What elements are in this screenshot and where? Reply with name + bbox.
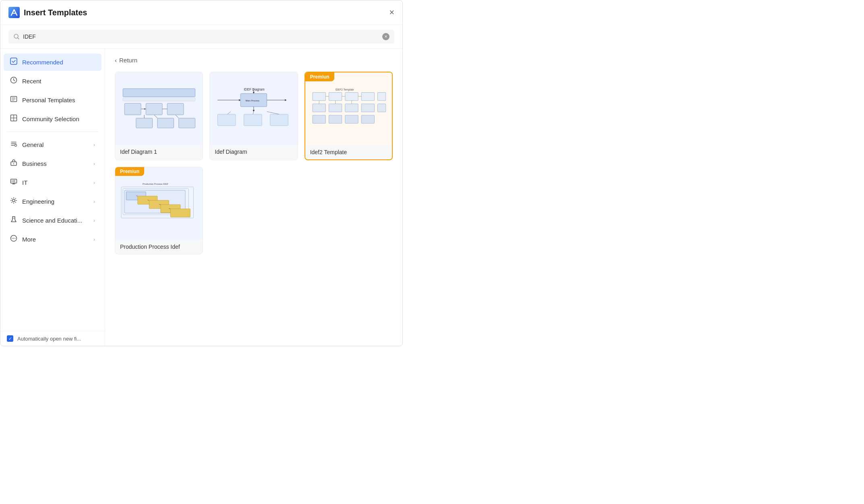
sidebar-divider bbox=[7, 132, 98, 132]
svg-point-12 bbox=[15, 145, 17, 147]
sidebar-item-business[interactable]: Business › bbox=[4, 155, 102, 172]
svg-rect-61 bbox=[345, 93, 358, 101]
svg-line-57 bbox=[267, 112, 279, 114]
svg-rect-71 bbox=[345, 115, 358, 123]
premium-badge: Premiun bbox=[305, 72, 334, 81]
svg-point-22 bbox=[12, 199, 15, 202]
sidebar-item-more[interactable]: More › bbox=[4, 231, 102, 248]
svg-marker-45 bbox=[239, 99, 240, 101]
back-label: Return bbox=[119, 57, 137, 64]
svg-rect-66 bbox=[345, 104, 358, 112]
chevron-right-icon: › bbox=[93, 198, 95, 204]
svg-rect-59 bbox=[313, 93, 325, 101]
svg-rect-52 bbox=[218, 114, 236, 126]
sidebar-item-label: More bbox=[22, 236, 89, 243]
svg-rect-65 bbox=[329, 104, 342, 112]
auto-open-option[interactable]: Automatically open new fi... bbox=[0, 331, 105, 346]
svg-point-27 bbox=[15, 238, 16, 239]
search-clear-button[interactable]: × bbox=[382, 33, 390, 40]
template-title: Idef2 Template bbox=[305, 145, 392, 159]
sidebar-item-label: Recent bbox=[22, 78, 95, 85]
chevron-right-icon: › bbox=[93, 217, 95, 223]
svg-point-26 bbox=[13, 238, 14, 239]
template-card-idef-diagram-1[interactable]: Idef Diagram 1 bbox=[115, 72, 203, 160]
svg-line-2 bbox=[18, 38, 19, 39]
sidebar-item-label: General bbox=[22, 141, 89, 148]
svg-rect-0 bbox=[8, 7, 20, 18]
sidebar-item-it[interactable]: IT › bbox=[4, 174, 102, 191]
sidebar-item-label: Community Selection bbox=[22, 116, 95, 122]
svg-rect-28 bbox=[123, 89, 195, 97]
svg-rect-72 bbox=[362, 115, 375, 123]
sidebar-item-general[interactable]: General › bbox=[4, 136, 102, 153]
template-card-idef2-template[interactable]: Premiun IDEF2 Template bbox=[305, 72, 393, 160]
search-bar: × bbox=[0, 25, 402, 49]
premium-badge: Premiun bbox=[115, 167, 144, 176]
sidebar-item-personal-templates[interactable]: Personal Templates bbox=[4, 91, 102, 109]
sidebar-item-science-education[interactable]: Science and Educati... › bbox=[4, 212, 102, 229]
svg-line-55 bbox=[228, 112, 231, 114]
template-title: Idef Diagram bbox=[210, 145, 297, 159]
template-title: Idef Diagram 1 bbox=[115, 145, 203, 159]
template-preview: Premiun IDEF2 Template bbox=[305, 72, 392, 145]
svg-text:IDEF Diagram: IDEF Diagram bbox=[244, 88, 265, 91]
svg-rect-30 bbox=[124, 103, 141, 115]
svg-point-25 bbox=[12, 238, 13, 239]
svg-rect-70 bbox=[329, 115, 342, 123]
sidebar-item-recommended[interactable]: Recommended bbox=[4, 54, 102, 71]
svg-rect-64 bbox=[313, 104, 325, 112]
svg-rect-31 bbox=[146, 103, 162, 115]
sidebar-item-label: Recommended bbox=[22, 59, 95, 66]
business-icon bbox=[10, 159, 17, 168]
svg-rect-3 bbox=[10, 58, 17, 64]
sidebar-item-label: IT bbox=[22, 179, 89, 186]
svg-marker-51 bbox=[253, 110, 255, 112]
svg-rect-67 bbox=[362, 104, 375, 112]
search-icon bbox=[13, 33, 20, 40]
chevron-right-icon: › bbox=[93, 236, 95, 242]
search-input[interactable] bbox=[23, 33, 379, 40]
page-title: Insert Templates bbox=[24, 8, 87, 17]
sidebar-item-engineering[interactable]: Engineering › bbox=[4, 193, 102, 210]
general-icon bbox=[10, 140, 17, 149]
template-card-production-process-idef[interactable]: Premiun Production Process IDEF bbox=[115, 167, 203, 254]
template-preview: Premiun Production Process IDEF bbox=[115, 167, 203, 240]
checkbox-checked-icon bbox=[7, 335, 13, 342]
sidebar-item-label: Engineering bbox=[22, 198, 89, 205]
header: Insert Templates × bbox=[0, 0, 402, 25]
svg-rect-54 bbox=[270, 114, 288, 126]
chevron-right-icon: › bbox=[93, 161, 95, 167]
svg-rect-60 bbox=[329, 93, 342, 101]
svg-rect-33 bbox=[136, 118, 153, 128]
template-preview: IDEF Diagram Main Process bbox=[210, 72, 297, 145]
svg-rect-53 bbox=[244, 114, 262, 126]
back-button[interactable]: ‹ Return bbox=[115, 57, 393, 64]
template-preview bbox=[115, 72, 203, 145]
sidebar-item-label: Personal Templates bbox=[22, 97, 95, 103]
sidebar-item-label: Business bbox=[22, 160, 89, 167]
main-layout: Recommended Recent Persona bbox=[0, 49, 402, 346]
template-title: Production Process Idef bbox=[115, 240, 203, 254]
sidebar-item-recent[interactable]: Recent bbox=[4, 72, 102, 90]
svg-rect-63 bbox=[378, 93, 386, 101]
science-icon bbox=[10, 216, 17, 225]
sidebar: Recommended Recent Persona bbox=[0, 49, 105, 346]
personal-templates-icon bbox=[10, 95, 17, 105]
it-icon bbox=[10, 178, 17, 187]
sidebar-item-label: Science and Educati... bbox=[22, 217, 89, 224]
search-input-wrap: × bbox=[8, 30, 394, 43]
engineering-icon bbox=[10, 197, 17, 206]
chevron-right-icon: › bbox=[93, 142, 95, 148]
svg-marker-49 bbox=[253, 92, 255, 93]
close-button[interactable]: × bbox=[387, 6, 396, 19]
back-chevron-icon: ‹ bbox=[115, 57, 117, 64]
app-logo bbox=[8, 7, 20, 18]
svg-text:IDEF2 Template: IDEF2 Template bbox=[336, 88, 354, 91]
svg-rect-35 bbox=[179, 118, 195, 128]
chevron-right-icon: › bbox=[93, 180, 95, 186]
template-card-idef-diagram[interactable]: IDEF Diagram Main Process bbox=[209, 72, 298, 160]
svg-line-39 bbox=[154, 115, 157, 118]
sidebar-item-community-selection[interactable]: Community Selection bbox=[4, 110, 102, 128]
community-icon bbox=[10, 114, 17, 124]
clock-icon bbox=[10, 76, 17, 86]
